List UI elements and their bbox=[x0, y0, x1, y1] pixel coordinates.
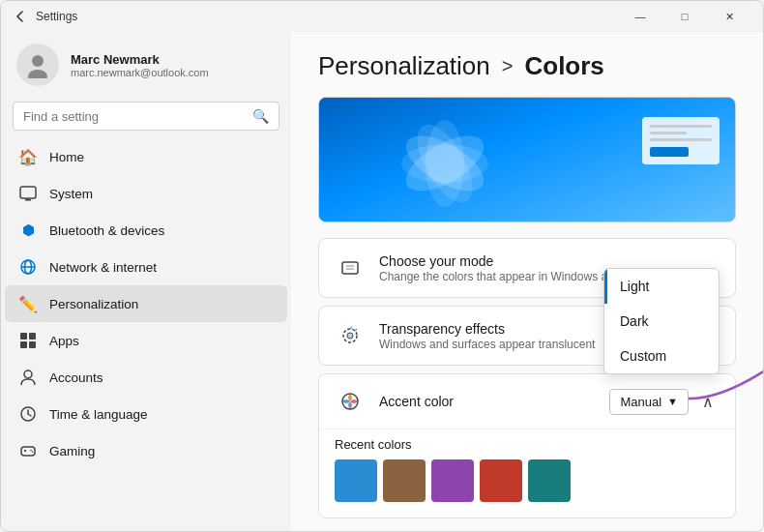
sidebar-item-accounts[interactable]: Accounts bbox=[5, 359, 287, 396]
preview-button bbox=[650, 147, 689, 157]
close-button[interactable]: ✕ bbox=[707, 1, 751, 32]
color-swatch-4[interactable] bbox=[528, 459, 571, 502]
svg-line-15 bbox=[28, 414, 31, 416]
svg-point-19 bbox=[30, 450, 32, 452]
dropdown-option-dark-label: Dark bbox=[620, 313, 649, 329]
preview-image bbox=[318, 97, 736, 222]
accent-dropdown-button[interactable]: Manual ▼ bbox=[609, 389, 689, 415]
mode-icon bbox=[335, 252, 366, 283]
sidebar-item-time[interactable]: Time & language bbox=[5, 396, 287, 432]
svg-point-12 bbox=[24, 370, 32, 378]
dropdown-option-dark[interactable]: Dark bbox=[604, 304, 719, 339]
color-swatch-3[interactable] bbox=[480, 459, 522, 502]
color-swatches bbox=[335, 459, 720, 502]
sidebar-item-system[interactable]: System bbox=[5, 175, 287, 212]
nav-list: 🏠 Home System ⬢ Bluetooth & devices bbox=[1, 138, 291, 469]
sidebar-item-system-label: System bbox=[49, 187, 93, 201]
user-info: Marc Newmark marc.newmark@outlook.com bbox=[71, 52, 209, 78]
content-area: Personalization > Colors bbox=[291, 32, 763, 531]
color-swatch-1[interactable] bbox=[383, 459, 426, 502]
preview-line-1 bbox=[650, 125, 712, 128]
dropdown-option-custom-label: Custom bbox=[620, 348, 666, 364]
sidebar-item-accounts-label: Accounts bbox=[49, 370, 103, 385]
svg-rect-2 bbox=[20, 187, 36, 198]
accent-colors-row: Recent colors bbox=[319, 429, 735, 517]
sidebar-item-home[interactable]: 🏠 Home bbox=[5, 138, 287, 175]
chevron-down-icon: ▼ bbox=[667, 396, 678, 407]
sidebar-item-gaming-label: Gaming bbox=[49, 444, 95, 458]
sidebar-item-bluetooth[interactable]: ⬢ Bluetooth & devices bbox=[5, 212, 287, 249]
bluetooth-icon: ⬢ bbox=[18, 221, 38, 240]
recent-colors-label: Recent colors bbox=[335, 437, 720, 452]
sidebar-item-gaming[interactable]: Gaming bbox=[5, 432, 287, 469]
dropdown-option-custom[interactable]: Custom bbox=[604, 339, 719, 373]
breadcrumb-current: Colors bbox=[524, 51, 603, 81]
personalization-icon: ✏️ bbox=[18, 294, 38, 313]
network-icon bbox=[18, 257, 38, 277]
svg-point-30 bbox=[347, 333, 353, 339]
content-header: Personalization > Colors bbox=[291, 32, 763, 97]
user-section[interactable]: Marc Newmark marc.newmark@outlook.com bbox=[1, 32, 291, 98]
accent-section: Accent color Manual ▼ ∧ Recent colors bbox=[318, 373, 736, 518]
home-icon: 🏠 bbox=[18, 147, 38, 166]
preview-line-3 bbox=[650, 138, 712, 141]
accent-icon bbox=[335, 386, 366, 417]
accent-text: Accent color bbox=[379, 394, 596, 409]
svg-rect-8 bbox=[20, 333, 27, 340]
sidebar-item-personalization[interactable]: ✏️ Personalization bbox=[5, 285, 287, 322]
preview-inner bbox=[319, 98, 735, 222]
svg-rect-10 bbox=[20, 341, 27, 348]
titlebar-left: Settings bbox=[13, 9, 77, 24]
preview-decoration bbox=[348, 107, 542, 219]
sidebar: Marc Newmark marc.newmark@outlook.com 🔍 … bbox=[1, 32, 291, 531]
sidebar-item-time-label: Time & language bbox=[49, 407, 148, 422]
avatar bbox=[16, 44, 59, 86]
svg-rect-9 bbox=[29, 333, 36, 340]
svg-point-25 bbox=[401, 144, 488, 183]
accent-expand-icon[interactable]: ∧ bbox=[696, 391, 720, 413]
search-input[interactable] bbox=[23, 109, 245, 124]
svg-rect-3 bbox=[25, 199, 31, 201]
dropdown-option-light[interactable]: Light bbox=[604, 269, 719, 304]
svg-line-31 bbox=[350, 327, 352, 329]
preview-taskbar bbox=[642, 117, 720, 164]
svg-rect-26 bbox=[342, 262, 358, 274]
sidebar-item-network-label: Network & internet bbox=[49, 260, 157, 275]
minimize-button[interactable]: — bbox=[618, 1, 662, 32]
back-icon[interactable] bbox=[13, 9, 28, 24]
preview-line-2 bbox=[650, 132, 687, 134]
accounts-icon bbox=[18, 368, 38, 387]
titlebar: Settings — □ ✕ bbox=[1, 1, 763, 32]
color-swatch-2[interactable] bbox=[431, 459, 474, 502]
accent-control: Manual ▼ ∧ bbox=[609, 389, 720, 415]
mode-label: Choose your mode bbox=[379, 253, 706, 269]
svg-line-32 bbox=[355, 329, 357, 331]
dropdown-option-light-label: Light bbox=[620, 279, 649, 294]
accent-row: Accent color Manual ▼ ∧ bbox=[319, 374, 735, 429]
user-name: Marc Newmark bbox=[71, 52, 209, 67]
sidebar-item-personalization-label: Personalization bbox=[49, 297, 138, 311]
svg-point-1 bbox=[28, 70, 47, 78]
search-box[interactable]: 🔍 bbox=[13, 102, 279, 131]
accent-value: Manual bbox=[620, 395, 661, 409]
system-icon bbox=[18, 184, 38, 203]
breadcrumb-parent: Personalization bbox=[318, 51, 490, 81]
time-icon bbox=[18, 404, 38, 424]
sidebar-item-home-label: Home bbox=[49, 150, 84, 164]
app-body: Marc Newmark marc.newmark@outlook.com 🔍 … bbox=[1, 32, 763, 531]
svg-point-20 bbox=[32, 451, 34, 453]
mode-dropdown-popup: Light Dark Custom bbox=[603, 268, 720, 374]
breadcrumb-separator: > bbox=[502, 55, 514, 77]
titlebar-title: Settings bbox=[36, 10, 77, 23]
mode-section: Choose your mode Change the colors that … bbox=[318, 238, 736, 298]
sidebar-item-apps[interactable]: Apps bbox=[5, 322, 287, 359]
sidebar-item-bluetooth-label: Bluetooth & devices bbox=[49, 223, 164, 238]
settings-window: Settings — □ ✕ Marc Newmark marc.newm bbox=[0, 0, 764, 532]
apps-icon bbox=[18, 331, 38, 350]
maximize-button[interactable]: □ bbox=[662, 1, 707, 32]
transparency-icon bbox=[335, 320, 366, 351]
mode-row: Choose your mode Change the colors that … bbox=[319, 239, 735, 297]
sidebar-item-network[interactable]: Network & internet bbox=[5, 249, 287, 285]
color-swatch-0[interactable] bbox=[335, 459, 377, 502]
sidebar-item-apps-label: Apps bbox=[49, 334, 79, 348]
